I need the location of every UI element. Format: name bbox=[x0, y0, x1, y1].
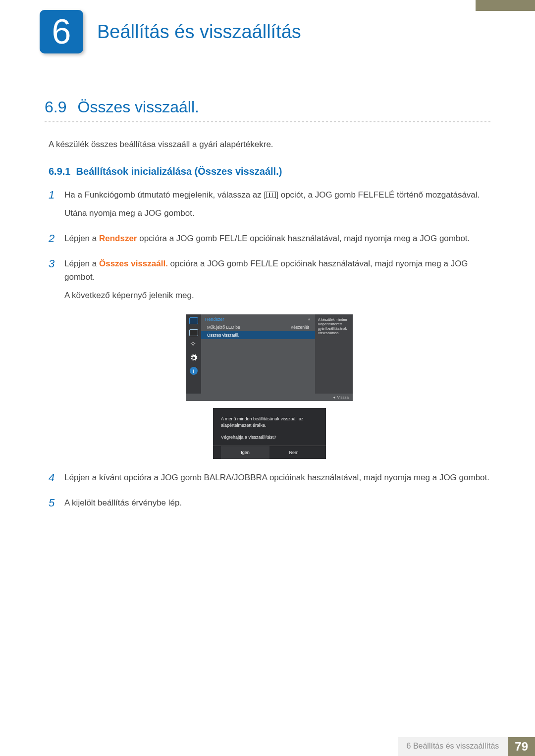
confirm-text-1: A menü minden beállításának visszaáll az… bbox=[221, 416, 318, 429]
subsection-title-text: Beállítások inicializálása (Összes vissz… bbox=[76, 166, 282, 177]
section: 6.9Összes visszaáll. A készülék összes b… bbox=[0, 98, 535, 515]
step-number: 2 bbox=[49, 232, 64, 250]
subsection-heading: 6.9.1 Beállítások inicializálása (Összes… bbox=[49, 166, 490, 177]
confirm-no-button[interactable]: Nem bbox=[269, 446, 318, 459]
steps-list: 1 Ha a Funkciógomb útmutató megjelenik, … bbox=[49, 188, 490, 515]
step-number: 4 bbox=[49, 471, 64, 489]
osd-screenshot: i Rendszer▲ Műk.jelző LED be Készenlét Ö… bbox=[49, 314, 490, 459]
step-1: 1 Ha a Funkciógomb útmutató megjelenik, … bbox=[49, 188, 490, 225]
osd-sidebar: i bbox=[186, 314, 201, 394]
confirm-dialog: A menü minden beállításának visszaáll az… bbox=[213, 408, 326, 459]
monitor-icon bbox=[189, 317, 198, 324]
menu-icon bbox=[266, 192, 276, 198]
section-intro: A készülék összes beállítása visszaáll a… bbox=[49, 138, 490, 151]
step-body: Ha a Funkciógomb útmutató megjelenik, vá… bbox=[64, 188, 480, 225]
step-body: A kijelölt beállítás érvénybe lép. bbox=[64, 496, 182, 514]
footer-page-number: 79 bbox=[508, 737, 535, 756]
chapter-number-badge: 6 bbox=[40, 10, 83, 53]
picture-icon bbox=[189, 329, 198, 336]
step-body: Lépjen a Összes visszaáll. opcióra a JOG… bbox=[64, 257, 490, 307]
step-4: 4 Lépjen a kívánt opcióra a JOG gomb BAL… bbox=[49, 471, 490, 489]
section-heading: 6.9Összes visszaáll. bbox=[45, 98, 490, 116]
section-number: 6.9 bbox=[45, 98, 66, 116]
info-icon: i bbox=[190, 367, 198, 375]
chapter-title: Beállítás és visszaállítás bbox=[97, 21, 301, 43]
page-footer: 6 Beállítás és visszaállítás 79 bbox=[398, 737, 535, 756]
caret-up-icon: ▲ bbox=[307, 317, 311, 322]
keyword-rendszer: Rendszer bbox=[99, 234, 137, 243]
osd-main-panel: Rendszer▲ Műk.jelző LED be Készenlét Öss… bbox=[201, 314, 315, 394]
step-3: 3 Lépjen a Összes visszaáll. opcióra a J… bbox=[49, 257, 490, 307]
confirm-yes-button[interactable]: Igen bbox=[221, 446, 269, 459]
chapter-header: 6 Beállítás és visszaállítás bbox=[0, 0, 535, 53]
step-number: 5 bbox=[49, 496, 64, 514]
top-accent-bar bbox=[476, 0, 535, 11]
osd-row-led: Műk.jelző LED be Készenlét bbox=[201, 323, 315, 331]
triangle-left-icon: ◄ bbox=[332, 396, 336, 399]
step-number: 1 bbox=[49, 188, 64, 225]
keyword-osszes-visszaall: Összes visszaáll. bbox=[99, 259, 168, 268]
osd-footer: ◄Vissza bbox=[186, 394, 353, 401]
step-2: 2 Lépjen a Rendszer opcióra a JOG gomb F… bbox=[49, 232, 490, 250]
footer-chapter-label: 6 Beállítás és visszaállítás bbox=[398, 737, 508, 756]
section-title-text: Összes visszaáll. bbox=[77, 98, 199, 116]
osd-help-panel: A készülék minden alapértelmezett gyári … bbox=[315, 314, 353, 394]
step-5: 5 A kijelölt beállítás érvénybe lép. bbox=[49, 496, 490, 514]
osd-title: Rendszer bbox=[205, 317, 224, 322]
step-body: Lépjen a kívánt opcióra a JOG gomb BALRA… bbox=[64, 471, 489, 489]
confirm-text-2: Végrehajtja a visszaállítást? bbox=[221, 434, 318, 441]
step-number: 3 bbox=[49, 257, 64, 307]
osd-row-reset-selected: Összes visszaáll. bbox=[201, 331, 315, 339]
section-underline bbox=[45, 121, 490, 122]
gear-icon bbox=[190, 354, 198, 362]
arrows-icon bbox=[190, 341, 198, 349]
subsection-number: 6.9.1 bbox=[49, 166, 70, 177]
step-body: Lépjen a Rendszer opcióra a JOG gomb FEL… bbox=[64, 232, 470, 250]
